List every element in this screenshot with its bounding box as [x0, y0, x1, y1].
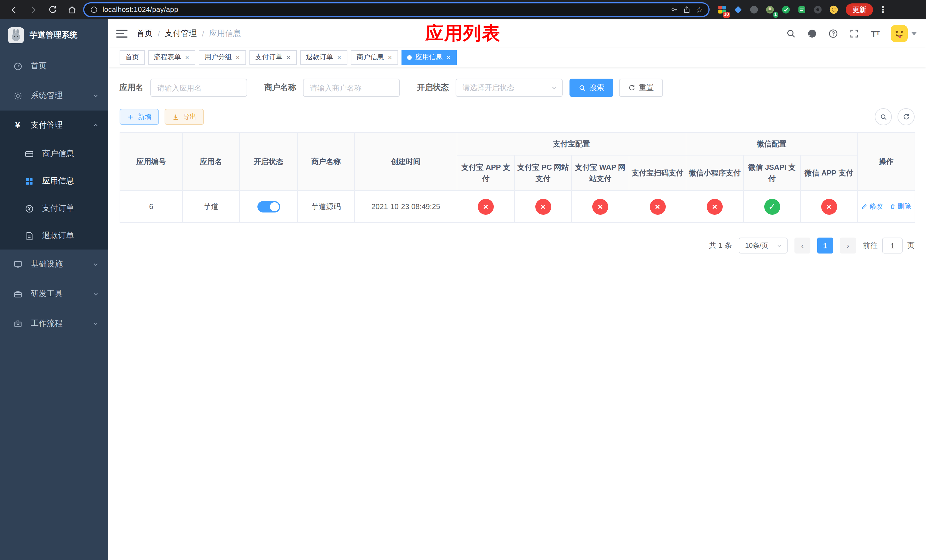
breadcrumb-home[interactable]: 首页 [137, 29, 153, 39]
sidebar-item-label: 工作流程 [31, 318, 63, 329]
sidebar-logo[interactable]: 芋道管理系统 [0, 20, 108, 51]
extension-avatar-icon[interactable]: 1 [764, 4, 775, 15]
breadcrumb: 首页 / 支付管理 / 应用信息 [137, 29, 241, 39]
close-icon[interactable]: × [185, 54, 190, 61]
breadcrumb-payment[interactable]: 支付管理 [165, 29, 197, 39]
close-icon[interactable]: × [286, 54, 291, 61]
back-icon[interactable] [6, 2, 22, 18]
tab-user-group[interactable]: 用户分组× [199, 50, 246, 65]
home-icon[interactable] [64, 2, 80, 18]
col-header-alipay-qr: 支付宝扫码支付 [629, 155, 686, 191]
status-select[interactable]: 请选择开启状态 [455, 79, 563, 97]
extension-grid-icon[interactable]: 10 [716, 4, 727, 15]
active-dot [407, 55, 412, 59]
page-annotation: 应用列表 [425, 21, 501, 46]
edit-link[interactable]: 修改 [861, 202, 883, 211]
close-icon[interactable]: × [337, 54, 342, 61]
main-area: 首页 / 支付管理 / 应用信息 应用列表 TT [108, 20, 926, 560]
status-check-icon: ✓ [764, 198, 780, 215]
sidebar-item-infra[interactable]: 基础设施 [0, 250, 108, 279]
tab-merchant-info[interactable]: 商户信息× [351, 50, 398, 65]
extension-note-icon[interactable] [796, 4, 807, 15]
url-text[interactable]: localhost:1024/pay/app [103, 6, 666, 14]
chevron-up-icon [92, 122, 99, 129]
forward-icon[interactable] [25, 2, 41, 18]
sidebar-item-payment[interactable]: ¥ 支付管理 [0, 110, 108, 140]
cell-wechat-jsapi: ✓ [743, 191, 800, 222]
bookmark-star-icon[interactable]: ☆ [696, 6, 703, 14]
sidebar-item-system[interactable]: 系统管理 [0, 81, 108, 110]
font-size-icon[interactable]: TT [870, 28, 881, 39]
chevron-down-icon [551, 84, 558, 91]
extension-dark-circle-icon[interactable] [748, 4, 759, 15]
col-header-created: 创建时间 [354, 132, 457, 191]
tags-bar: 首页 流程表单× 用户分组× 支付订单× 退款订单× 商户信息× 应用信息× [108, 48, 926, 67]
sidebar-item-pay-orders[interactable]: 支付订单 [0, 195, 108, 222]
refresh-table-button[interactable] [897, 108, 915, 125]
reload-icon[interactable] [44, 2, 61, 18]
enabled-switch[interactable] [257, 201, 280, 212]
header-actions: TT [785, 25, 917, 42]
next-page-button[interactable]: › [840, 238, 856, 254]
tab-app-info[interactable]: 应用信息× [401, 50, 457, 65]
col-header-alipay-pc: 支付宝 PC 网站支付 [514, 155, 572, 191]
close-icon[interactable]: × [235, 54, 240, 61]
extension-emoji-icon[interactable] [828, 4, 839, 15]
search-button[interactable]: 搜索 [569, 79, 613, 97]
page-size-select[interactable]: 10条/页 [739, 238, 788, 254]
info-icon[interactable] [90, 6, 98, 14]
sidebar-item-workflow[interactable]: 工作流程 [0, 309, 108, 338]
sidebar-toggle-icon[interactable] [116, 30, 127, 38]
tab-label: 商户信息 [357, 52, 384, 62]
status-select-placeholder: 请选择开启状态 [462, 83, 514, 93]
yen-icon: ¥ [12, 120, 23, 130]
col-header-app-id: 应用编号 [120, 132, 183, 191]
user-menu[interactable] [891, 25, 917, 42]
sidebar-item-refund-orders[interactable]: 退款订单 [0, 222, 108, 250]
key-icon[interactable] [670, 6, 679, 14]
close-icon[interactable]: × [446, 54, 451, 61]
tab-refund-orders[interactable]: 退款订单× [300, 50, 347, 65]
goto-label: 前往 [863, 241, 878, 251]
chevron-down-icon [92, 320, 99, 327]
github-icon[interactable] [806, 28, 818, 39]
col-header-wechat-app: 微信 APP 支付 [800, 155, 857, 191]
extension-pin-icon[interactable] [812, 4, 823, 15]
extension-diamond-icon[interactable] [732, 4, 743, 15]
search-icon [579, 84, 586, 91]
browser-update-button[interactable]: 更新 [846, 3, 873, 16]
address-bar[interactable]: localhost:1024/pay/app ☆ [83, 2, 710, 17]
breadcrumb-separator: / [202, 29, 204, 38]
app-name-input[interactable] [150, 79, 247, 97]
share-icon[interactable] [683, 6, 691, 14]
tab-process-form[interactable]: 流程表单× [148, 50, 195, 65]
export-button[interactable]: 导出 [165, 109, 204, 125]
sidebar-item-dev-tools[interactable]: 研发工具 [0, 279, 108, 309]
search-icon[interactable] [785, 28, 797, 39]
toggle-search-button[interactable] [875, 108, 892, 125]
reset-button[interactable]: 重置 [619, 79, 663, 97]
delete-link[interactable]: 删除 [890, 202, 911, 211]
help-icon[interactable] [828, 28, 839, 39]
browser-toolbar: localhost:1024/pay/app ☆ 10 1 更新 ⋮ [0, 0, 926, 20]
document-icon [24, 231, 34, 241]
sidebar-item-home[interactable]: 首页 [0, 51, 108, 81]
search-icon [879, 113, 887, 121]
col-header-actions: 操作 [857, 132, 915, 191]
goto-page-input[interactable] [882, 238, 903, 254]
close-icon[interactable]: × [387, 54, 392, 61]
sidebar-item-app-info[interactable]: 应用信息 [0, 168, 108, 195]
sidebar-item-label: 支付订单 [42, 203, 74, 213]
prev-page-button[interactable]: ‹ [794, 238, 810, 254]
fullscreen-icon[interactable] [849, 28, 860, 39]
sidebar-item-label: 应用信息 [42, 176, 74, 186]
merchant-name-input[interactable] [303, 79, 400, 97]
status-label: 开启状态 [417, 83, 449, 93]
page-number-button[interactable]: 1 [817, 238, 833, 254]
add-button[interactable]: 新增 [120, 109, 159, 125]
extension-check-icon[interactable] [780, 4, 791, 15]
tab-home[interactable]: 首页 [120, 50, 145, 65]
browser-menu-icon[interactable]: ⋮ [876, 5, 890, 15]
tab-pay-orders[interactable]: 支付订单× [250, 50, 297, 65]
sidebar-item-merchant-info[interactable]: 商户信息 [0, 140, 108, 168]
